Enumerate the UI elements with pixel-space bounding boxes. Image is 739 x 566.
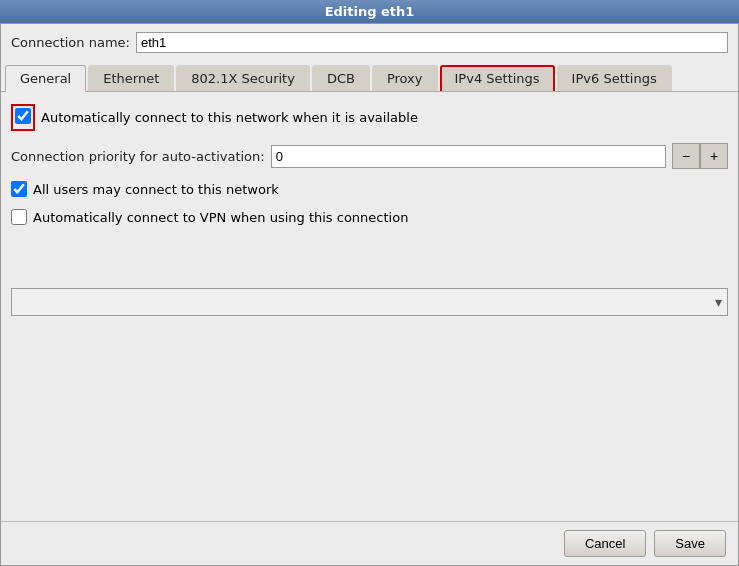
cancel-button[interactable]: Cancel bbox=[564, 530, 646, 557]
tab-general[interactable]: General bbox=[5, 65, 86, 92]
connection-name-row: Connection name: bbox=[1, 24, 738, 61]
auto-connect-row: Automatically connect to this network wh… bbox=[11, 104, 728, 131]
tab-ipv4-settings[interactable]: IPv4 Settings bbox=[440, 65, 555, 91]
title-bar: Editing eth1 bbox=[0, 0, 739, 23]
vpn-dropdown-wrapper[interactable] bbox=[11, 237, 728, 367]
priority-label: Connection priority for auto-activation: bbox=[11, 149, 265, 164]
footer: Cancel Save bbox=[1, 521, 738, 565]
content-area: Automatically connect to this network wh… bbox=[1, 92, 738, 521]
auto-vpn-checkbox[interactable] bbox=[11, 209, 27, 225]
all-users-checkbox[interactable] bbox=[11, 181, 27, 197]
auto-vpn-row: Automatically connect to VPN when using … bbox=[11, 209, 728, 225]
priority-buttons: − + bbox=[672, 143, 728, 169]
tab-proxy[interactable]: Proxy bbox=[372, 65, 438, 91]
auto-connect-checkbox-highlight bbox=[11, 104, 35, 131]
vpn-dropdown[interactable] bbox=[11, 288, 728, 316]
auto-vpn-label: Automatically connect to VPN when using … bbox=[33, 210, 408, 225]
priority-input[interactable] bbox=[271, 145, 666, 168]
connection-name-label: Connection name: bbox=[11, 35, 130, 50]
save-button[interactable]: Save bbox=[654, 530, 726, 557]
auto-connect-checkbox[interactable] bbox=[15, 108, 31, 124]
connection-name-input[interactable] bbox=[136, 32, 728, 53]
priority-row: Connection priority for auto-activation:… bbox=[11, 143, 728, 169]
auto-connect-label: Automatically connect to this network wh… bbox=[41, 110, 418, 125]
tab-bar: General Ethernet 802.1X Security DCB Pro… bbox=[1, 61, 738, 92]
priority-minus-button[interactable]: − bbox=[672, 143, 700, 169]
tab-ipv6-settings[interactable]: IPv6 Settings bbox=[557, 65, 672, 91]
tab-dcb[interactable]: DCB bbox=[312, 65, 370, 91]
content-spacer bbox=[11, 379, 728, 509]
priority-plus-button[interactable]: + bbox=[700, 143, 728, 169]
dialog: Connection name: General Ethernet 802.1X… bbox=[0, 23, 739, 566]
all-users-label: All users may connect to this network bbox=[33, 182, 279, 197]
tab-ethernet[interactable]: Ethernet bbox=[88, 65, 174, 91]
window-title: Editing eth1 bbox=[325, 4, 415, 19]
tab-802-1x-security[interactable]: 802.1X Security bbox=[176, 65, 310, 91]
all-users-row: All users may connect to this network bbox=[11, 181, 728, 197]
